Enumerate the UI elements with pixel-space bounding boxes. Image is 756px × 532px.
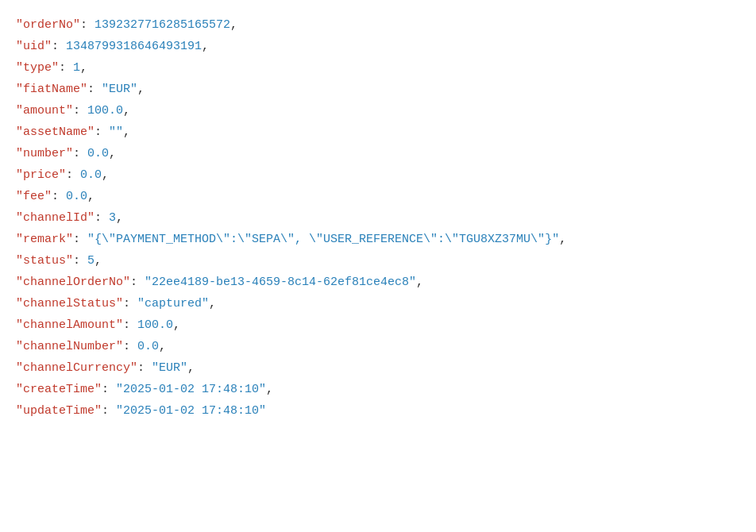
json-key: "createTime" (16, 383, 102, 396)
json-comma: , (102, 168, 109, 182)
json-key: "channelOrderNo" (16, 276, 130, 289)
json-value: 0.0 (137, 340, 159, 353)
json-value: "EUR" (152, 361, 187, 375)
json-line: "status": 5, (16, 250, 740, 272)
json-line: "type": 1, (16, 57, 740, 79)
json-colon: : (66, 168, 80, 182)
json-value: "2025-01-02 17:48:10" (116, 404, 266, 418)
json-value: 3 (109, 211, 116, 225)
json-key: "number" (16, 147, 73, 160)
json-comma: , (187, 361, 195, 375)
json-colon: : (73, 104, 87, 118)
json-colon: : (52, 40, 66, 53)
json-key: "channelNumber" (16, 340, 123, 353)
json-key: "channelAmount" (16, 318, 123, 332)
json-colon: : (94, 125, 109, 139)
json-comma: , (559, 233, 566, 246)
json-value: "22ee4189-be13-4659-8c14-62ef81ce4ec8" (145, 276, 416, 289)
json-key: "fiatName" (16, 83, 87, 96)
json-line: "price": 0.0, (16, 164, 740, 186)
json-colon: : (102, 404, 116, 418)
json-comma: , (230, 18, 237, 32)
json-colon: : (87, 83, 102, 96)
json-key: "price" (16, 168, 66, 182)
json-line: "amount": 100.0, (16, 100, 740, 121)
json-line: "assetName": "", (16, 121, 740, 143)
json-key: "uid" (16, 40, 52, 53)
json-colon: : (123, 318, 137, 332)
json-comma: , (209, 297, 216, 310)
json-comma: , (123, 104, 130, 118)
json-key: "remark" (16, 233, 73, 246)
json-colon: : (73, 254, 87, 268)
json-value: "2025-01-02 17:48:10" (116, 383, 266, 396)
json-line: "fiatName": "EUR", (16, 79, 740, 100)
json-comma: , (137, 83, 145, 96)
json-value: "captured" (137, 297, 209, 310)
json-colon: : (123, 340, 137, 353)
json-line: "orderNo": 1392327716285165572, (16, 14, 740, 36)
json-line: "channelCurrency": "EUR", (16, 357, 740, 379)
json-comma: , (266, 383, 273, 396)
json-colon: : (80, 18, 94, 32)
json-line: "createTime": "2025-01-02 17:48:10", (16, 379, 740, 400)
json-colon: : (137, 361, 152, 375)
json-line: "uid": 1348799318646493191, (16, 36, 740, 57)
json-colon: : (73, 233, 87, 246)
json-key: "updateTime" (16, 404, 102, 418)
json-line: "channelOrderNo": "22ee4189-be13-4659-8c… (16, 272, 740, 293)
json-value: "" (109, 125, 123, 139)
json-value: 0.0 (87, 147, 109, 160)
json-value: 5 (87, 254, 94, 268)
json-colon: : (130, 276, 145, 289)
json-value: 1348799318646493191 (66, 40, 202, 53)
json-key: "assetName" (16, 125, 94, 139)
json-value: "EUR" (102, 83, 137, 96)
json-key: "orderNo" (16, 18, 80, 32)
json-colon: : (59, 61, 73, 75)
json-line: "remark": "{\"PAYMENT_METHOD\":\"SEPA\",… (16, 229, 740, 250)
json-key: "fee" (16, 190, 52, 203)
json-colon: : (123, 297, 137, 310)
json-comma: , (94, 254, 102, 268)
json-colon: : (102, 383, 116, 396)
json-line: "channelNumber": 0.0, (16, 336, 740, 357)
json-value: 0.0 (66, 190, 87, 203)
json-value: 100.0 (137, 318, 173, 332)
json-comma: , (109, 147, 116, 160)
json-value: "{\"PAYMENT_METHOD\":\"SEPA\", \"USER_RE… (87, 233, 559, 246)
json-line: "channelAmount": 100.0, (16, 314, 740, 336)
json-comma: , (116, 211, 123, 225)
json-value: 0.0 (80, 168, 102, 182)
json-comma: , (123, 125, 130, 139)
json-line: "fee": 0.0, (16, 186, 740, 207)
json-key: "channelCurrency" (16, 361, 137, 375)
json-comma: , (87, 190, 94, 203)
json-line: "updateTime": "2025-01-02 17:48:10" (16, 400, 740, 422)
json-colon: : (52, 190, 66, 203)
json-key: "type" (16, 61, 59, 75)
json-key: "status" (16, 254, 73, 268)
json-viewer: "orderNo": 1392327716285165572,"uid": 13… (16, 14, 740, 422)
json-line: "channelStatus": "captured", (16, 293, 740, 314)
json-key: "channelStatus" (16, 297, 123, 310)
json-colon: : (73, 147, 87, 160)
json-comma: , (159, 340, 166, 353)
json-line: "number": 0.0, (16, 143, 740, 164)
json-comma: , (202, 40, 209, 53)
json-comma: , (80, 61, 87, 75)
json-key: "amount" (16, 104, 73, 118)
json-colon: : (94, 211, 109, 225)
json-comma: , (173, 318, 180, 332)
json-value: 100.0 (87, 104, 123, 118)
json-comma: , (416, 276, 423, 289)
json-line: "channelId": 3, (16, 207, 740, 229)
json-value: 1392327716285165572 (94, 18, 230, 32)
json-key: "channelId" (16, 211, 94, 225)
json-value: 1 (73, 61, 80, 75)
